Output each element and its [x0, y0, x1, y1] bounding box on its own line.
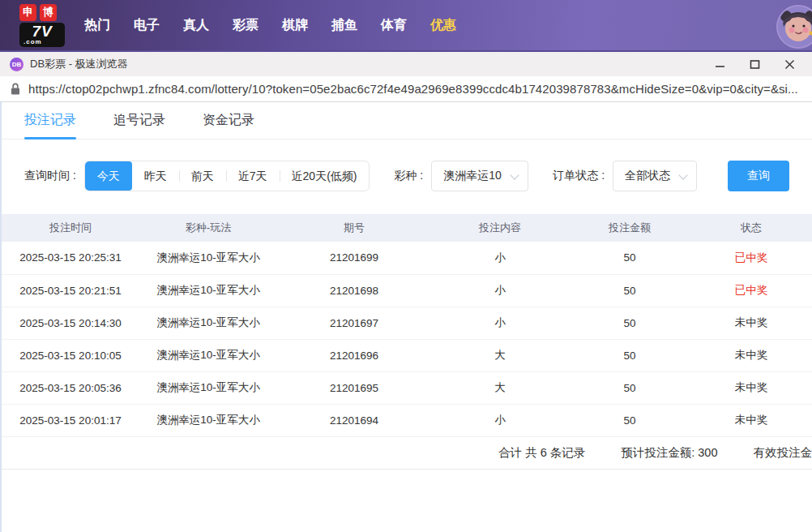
tab-bet-records[interactable]: 投注记录	[24, 102, 76, 139]
nav-item-boardgames[interactable]: 棋牌	[282, 17, 308, 34]
logo-brand: 7V	[19, 24, 65, 39]
table-row: 2025-03-15 20:01:17 澳洲幸运10-亚军大小 21201694…	[2, 404, 812, 436]
bet-content-cell: 大	[431, 371, 569, 404]
bet-content-cell: 大	[431, 339, 569, 371]
game-play-cell: 澳洲幸运10-亚军大小	[139, 371, 277, 404]
record-tabs: 投注记录 追号记录 资金记录	[2, 102, 812, 139]
game-play-cell: 澳洲幸运10-亚军大小	[139, 339, 277, 371]
site-nav: 申 博 7V .com 热门 电子 真人 彩票 棋牌 捕鱼 体育 优惠	[0, 0, 812, 50]
status-badge: 已中奖	[690, 274, 812, 307]
tab-bet-records-label: 投注记录	[24, 112, 76, 129]
logo-badge-2: 博	[40, 4, 57, 21]
time-option-last-20-days[interactable]: 近20天(低频)	[280, 161, 370, 191]
browser-favicon-icon: DB	[10, 58, 24, 71]
bet-amount-cell: 50	[569, 404, 690, 436]
game-play-cell: 澳洲幸运10-亚军大小	[139, 404, 277, 436]
issue-cell: 21201698	[277, 274, 431, 307]
summary-total-records: 合计 共 6 条记录	[498, 445, 585, 461]
tab-chase-records-label: 追号记录	[113, 112, 165, 129]
logo-badge-1: 申	[19, 4, 36, 21]
lottery-select-value: 澳洲幸运10	[443, 169, 502, 183]
bet-amount-cell: 50	[569, 242, 690, 274]
page-content: 投注记录 追号记录 资金记录 查询时间 : 今天 昨天 前天 近7天 近20天(…	[0, 102, 812, 532]
logo-box: 7V .com	[19, 23, 65, 47]
col-header-bet-content: 投注内容	[431, 214, 569, 242]
time-filter-label: 查询时间 :	[24, 169, 76, 183]
status-badge: 未中奖	[690, 404, 812, 436]
table-row: 2025-03-15 20:10:05 澳洲幸运10-亚军大小 21201696…	[2, 339, 812, 371]
nav-item-promotions[interactable]: 优惠	[430, 17, 456, 34]
order-status-select-value: 全部状态	[625, 169, 670, 183]
lottery-filter-label: 彩种 :	[394, 169, 423, 183]
issue-cell: 21201697	[277, 307, 431, 339]
bet-time-cell: 2025-03-15 20:01:17	[2, 404, 139, 436]
bet-amount-cell: 50	[569, 307, 690, 339]
chevron-down-icon	[678, 170, 687, 179]
bet-records-table: 投注时间 彩种-玩法 期号 投注内容 投注金额 状态 2025-03-15 20…	[2, 214, 812, 437]
lock-icon	[11, 83, 20, 95]
table-row: 2025-03-15 20:25:31 澳洲幸运10-亚军大小 21201699…	[2, 242, 812, 274]
bet-records-section: 投注时间 彩种-玩法 期号 投注内容 投注金额 状态 2025-03-15 20…	[2, 214, 812, 470]
summary-estimated-amount: 预计投注金额: 300	[621, 445, 717, 461]
summary-valid-amount: 有效投注金	[754, 445, 812, 461]
nav-item-fishing[interactable]: 捕鱼	[331, 17, 357, 34]
address-bar[interactable]: https://ctop02pchwp1.zfnc84.com/lottery/…	[0, 76, 812, 102]
status-badge: 未中奖	[690, 307, 812, 339]
lottery-select[interactable]: 澳洲幸运10	[431, 161, 528, 191]
bet-amount-cell: 50	[569, 371, 690, 404]
nav-item-lottery[interactable]: 彩票	[233, 17, 259, 34]
maximize-icon[interactable]	[748, 58, 761, 71]
nav-item-electronic[interactable]: 电子	[134, 17, 160, 34]
table-row: 2025-03-15 20:05:36 澳洲幸运10-亚军大小 21201695…	[2, 371, 812, 404]
nav-item-live[interactable]: 真人	[183, 17, 209, 34]
game-play-cell: 澳洲幸运10-亚军大小	[139, 274, 277, 307]
minimize-icon[interactable]	[713, 58, 726, 71]
status-badge: 未中奖	[690, 339, 812, 371]
window-title: DB彩票 - 极速浏览器	[30, 57, 713, 71]
col-header-issue: 期号	[277, 214, 431, 242]
issue-cell: 21201696	[277, 339, 431, 371]
summary-row: 合计 共 6 条记录 预计投注金额: 300 有效投注金	[2, 437, 812, 470]
site-nav-menu: 热门 电子 真人 彩票 棋牌 捕鱼 体育 优惠	[84, 17, 456, 34]
time-option-day-before[interactable]: 前天	[179, 161, 226, 191]
logo-suffix: .com	[19, 39, 65, 45]
table-row: 2025-03-15 20:21:51 澳洲幸运10-亚军大小 21201698…	[2, 274, 812, 307]
bet-content-cell: 小	[431, 404, 569, 436]
bet-time-cell: 2025-03-15 20:10:05	[2, 339, 139, 371]
status-badge: 未中奖	[690, 371, 812, 404]
browser-title-bar: DB DB彩票 - 极速浏览器	[0, 50, 812, 76]
tab-fund-records[interactable]: 资金记录	[203, 102, 254, 139]
bet-time-cell: 2025-03-15 20:14:30	[2, 307, 139, 339]
time-range-group: 今天 昨天 前天 近7天 近20天(低频)	[84, 161, 370, 191]
col-header-bet-amount: 投注金额	[569, 214, 690, 242]
issue-cell: 21201699	[277, 242, 431, 274]
tab-chase-records[interactable]: 追号记录	[113, 102, 165, 139]
status-badge: 已中奖	[690, 242, 812, 274]
avatar-illustration	[778, 6, 812, 47]
table-row: 2025-03-15 20:14:30 澳洲幸运10-亚军大小 21201697…	[2, 307, 812, 339]
bet-amount-cell: 50	[569, 339, 690, 371]
game-play-cell: 澳洲幸运10-亚军大小	[139, 307, 277, 339]
time-option-today[interactable]: 今天	[85, 161, 132, 191]
nav-item-sports[interactable]: 体育	[381, 17, 407, 34]
user-avatar[interactable]	[778, 6, 812, 47]
close-icon[interactable]	[783, 58, 796, 71]
bet-content-cell: 小	[431, 242, 569, 274]
url-text: https://ctop02pchwp1.zfnc84.com/lottery/…	[28, 82, 798, 96]
chevron-down-icon	[511, 170, 519, 179]
bet-content-cell: 小	[431, 274, 569, 307]
col-header-bet-time: 投注时间	[2, 214, 139, 242]
bet-time-cell: 2025-03-15 20:05:36	[2, 371, 139, 404]
time-option-last-7-days[interactable]: 近7天	[226, 161, 280, 191]
bet-content-cell: 小	[431, 307, 569, 339]
site-logo[interactable]: 申 博 7V .com	[19, 4, 65, 47]
nav-item-hot[interactable]: 热门	[84, 17, 110, 34]
col-header-status: 状态	[690, 214, 812, 242]
bet-time-cell: 2025-03-15 20:21:51	[2, 274, 139, 307]
time-option-yesterday[interactable]: 昨天	[132, 161, 179, 191]
issue-cell: 21201695	[277, 371, 431, 404]
search-button[interactable]: 查询	[728, 161, 789, 191]
active-tab-indicator	[24, 137, 76, 139]
order-status-select[interactable]: 全部状态	[613, 161, 697, 191]
filter-toolbar: 查询时间 : 今天 昨天 前天 近7天 近20天(低频) 彩种 : 澳洲幸运10…	[2, 161, 812, 191]
